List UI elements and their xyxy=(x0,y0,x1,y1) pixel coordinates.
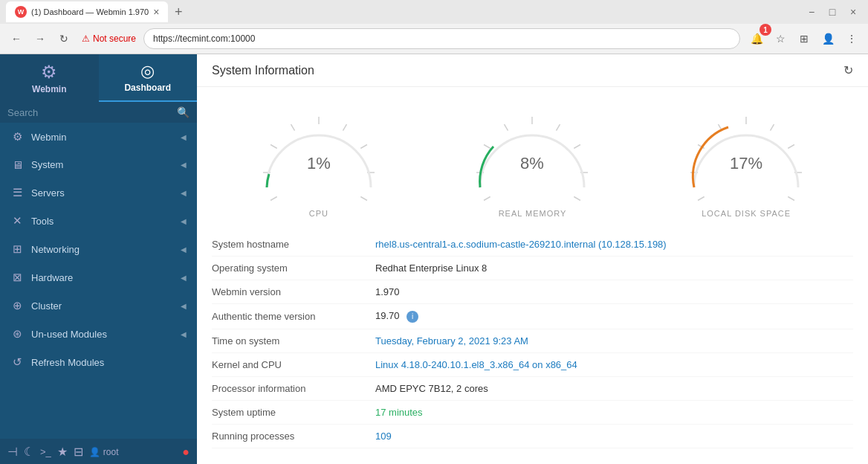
networking-nav-icon: ⊞ xyxy=(10,242,24,256)
browser-toolbar: ← → ↻ ⚠ Not secure https://tecmint.com:1… xyxy=(0,24,868,54)
cluster-nav-icon: ⊕ xyxy=(10,299,24,312)
svg-line-2 xyxy=(271,145,277,149)
app-container: ⚙ Webmin ◎ Dashboard 🔍 ⚙ Webmin ◀ 🖥 Syst… xyxy=(0,54,868,464)
new-tab-button[interactable]: + xyxy=(168,1,189,22)
svg-line-12 xyxy=(485,145,491,149)
toolbar-icons: 🔔 1 ☆ ⊞ 👤 ⋮ xyxy=(746,28,862,49)
night-mode-icon[interactable]: ☾ xyxy=(24,445,34,459)
url-bar[interactable]: https://tecmint.com:10000 xyxy=(143,28,740,49)
menu-button[interactable]: ⋮ xyxy=(841,28,862,49)
notification-button[interactable]: 🔔 1 xyxy=(746,28,767,49)
tab-close-icon[interactable]: × xyxy=(153,6,159,18)
sidebar-item-label: Tools xyxy=(31,216,173,227)
window-controls: − □ × xyxy=(803,3,862,21)
dashboard-icon: ◎ xyxy=(140,62,155,81)
info-value-time[interactable]: Tuesday, February 2, 2021 9:23 AM xyxy=(375,335,528,347)
info-value-os: Redhat Enterprise Linux 8 xyxy=(375,262,487,274)
browser-titlebar: W (1) Dashboard — Webmin 1.970 × + − □ × xyxy=(0,0,868,24)
sidebar-item-cluster[interactable]: ⊕ Cluster ◀ xyxy=(0,291,197,320)
svg-line-10 xyxy=(485,197,491,201)
info-key-processes: Running processes xyxy=(212,431,375,442)
logout-icon[interactable]: ● xyxy=(182,445,190,459)
sidebar-item-label: Cluster xyxy=(31,300,173,312)
svg-line-28 xyxy=(788,197,794,201)
webmin-nav-icon: ⚙ xyxy=(10,130,24,144)
sidebar-item-hardware[interactable]: ⊠ Hardware ◀ xyxy=(0,263,197,291)
sidebar-item-webmin[interactable]: ⚙ Webmin ◀ xyxy=(0,123,197,151)
disk-gauge-svg: 17% xyxy=(679,102,813,206)
webmin-favicon: W xyxy=(15,6,27,18)
sidebar-item-tools[interactable]: ✕ Tools ◀ xyxy=(0,207,197,235)
memory-gauge: 8% REAL MEMORY xyxy=(458,102,606,218)
sidebar-toggle-icon[interactable]: ⊣ xyxy=(7,445,18,459)
search-bar: 🔍 xyxy=(0,102,197,123)
sidebar-item-label: Servers xyxy=(31,187,173,199)
forward-button[interactable]: → xyxy=(30,28,51,49)
dashboard-button[interactable]: ◎ Dashboard xyxy=(99,54,198,102)
info-row-kernel: Kernel and CPU Linux 4.18.0-240.10.1.el8… xyxy=(212,353,853,377)
refresh-button[interactable]: ↻ xyxy=(843,63,853,77)
webmin-logo-icon: ⚙ xyxy=(41,62,57,83)
user-info[interactable]: 👤 root xyxy=(89,447,119,457)
username-label: root xyxy=(103,447,119,457)
cpu-gauge: 1% CPU xyxy=(244,102,393,218)
cpu-gauge-label: CPU xyxy=(309,209,328,218)
sidebar-item-servers[interactable]: ☰ Servers ◀ xyxy=(0,178,197,207)
main-header: System Information ↻ xyxy=(197,54,868,87)
svg-line-16 xyxy=(574,145,581,149)
info-value-processes[interactable]: 109 xyxy=(375,431,392,442)
info-key-uptime: System uptime xyxy=(212,407,375,418)
info-value-hostname[interactable]: rhel8.us-central1-a.c.sodium-castle-2692… xyxy=(375,239,667,250)
chevron-right-icon: ◀ xyxy=(181,330,187,338)
sidebar-item-system[interactable]: 🖥 System ◀ xyxy=(0,151,197,178)
sidebar-item-label: Refresh Modules xyxy=(31,357,187,368)
webmin-logo[interactable]: ⚙ Webmin xyxy=(0,54,99,102)
system-nav-icon: 🖥 xyxy=(10,158,24,171)
sidebar-item-label: Hardware xyxy=(31,272,173,283)
svg-line-3 xyxy=(291,124,294,131)
chevron-right-icon: ◀ xyxy=(181,189,187,197)
sidebar-item-networking[interactable]: ⊞ Networking ◀ xyxy=(0,235,197,263)
settings-sliders-icon[interactable]: ⊟ xyxy=(74,445,83,459)
favorites-icon[interactable]: ★ xyxy=(57,445,68,459)
terminal-icon[interactable]: >_ xyxy=(40,446,51,457)
info-value-uptime[interactable]: 17 minutes xyxy=(375,407,423,418)
info-key-kernel: Kernel and CPU xyxy=(212,359,375,370)
back-button[interactable]: ← xyxy=(6,28,27,49)
browser-chrome: W (1) Dashboard — Webmin 1.970 × + − □ ×… xyxy=(0,0,868,54)
bookmark-button[interactable]: ☆ xyxy=(770,28,791,49)
info-row-uptime: System uptime 17 minutes xyxy=(212,401,853,425)
info-row-theme-version: Authentic theme version 19.70 i xyxy=(212,304,853,329)
sidebar-item-refresh-modules[interactable]: ↺ Refresh Modules xyxy=(0,348,197,376)
memory-gauge-label: REAL MEMORY xyxy=(499,209,567,218)
sidebar: ⚙ Webmin ◎ Dashboard 🔍 ⚙ Webmin ◀ 🖥 Syst… xyxy=(0,54,197,464)
info-value-kernel[interactable]: Linux 4.18.0-240.10.1.el8_3.x86_64 on x8… xyxy=(375,359,577,370)
info-table: System hostname rhel8.us-central1-a.c.so… xyxy=(197,225,868,456)
info-row-webmin-version: Webmin version 1.970 xyxy=(212,280,853,304)
sidebar-footer: ⊣ ☾ >_ ★ ⊟ 👤 root ● xyxy=(0,439,197,464)
reload-button[interactable]: ↻ xyxy=(54,28,74,49)
info-key-webmin-version: Webmin version xyxy=(212,286,375,297)
url-text: https://tecmint.com:10000 xyxy=(153,33,255,44)
maximize-button[interactable]: □ xyxy=(823,3,841,21)
minimize-button[interactable]: − xyxy=(803,3,820,21)
info-row-time: Time on system Tuesday, February 2, 2021… xyxy=(212,329,853,353)
info-key-hostname: System hostname xyxy=(212,239,375,250)
info-value-processor: AMD EPYC 7B12, 2 cores xyxy=(375,383,488,394)
search-input[interactable] xyxy=(7,107,172,118)
sidebar-item-unused-modules[interactable]: ⊛ Un-used Modules ◀ xyxy=(0,320,197,348)
info-icon-button[interactable]: i xyxy=(407,311,418,323)
sidebar-item-label: System xyxy=(31,159,173,170)
profile-button[interactable]: 👤 xyxy=(817,28,838,49)
info-value-theme-version: 19.70 i xyxy=(375,310,418,323)
warning-icon: ⚠ xyxy=(82,33,90,44)
browser-tab[interactable]: W (1) Dashboard — Webmin 1.970 × xyxy=(6,1,168,22)
collections-button[interactable]: ⊞ xyxy=(794,28,814,49)
disk-gauge: 17% LOCAL DISK SPACE xyxy=(672,102,820,218)
close-button[interactable]: × xyxy=(844,3,862,21)
svg-line-26 xyxy=(788,145,794,149)
disk-gauge-label: LOCAL DISK SPACE xyxy=(702,209,791,218)
svg-line-8 xyxy=(360,197,367,201)
servers-nav-icon: ☰ xyxy=(10,186,24,199)
notification-badge: 1 xyxy=(760,24,771,36)
